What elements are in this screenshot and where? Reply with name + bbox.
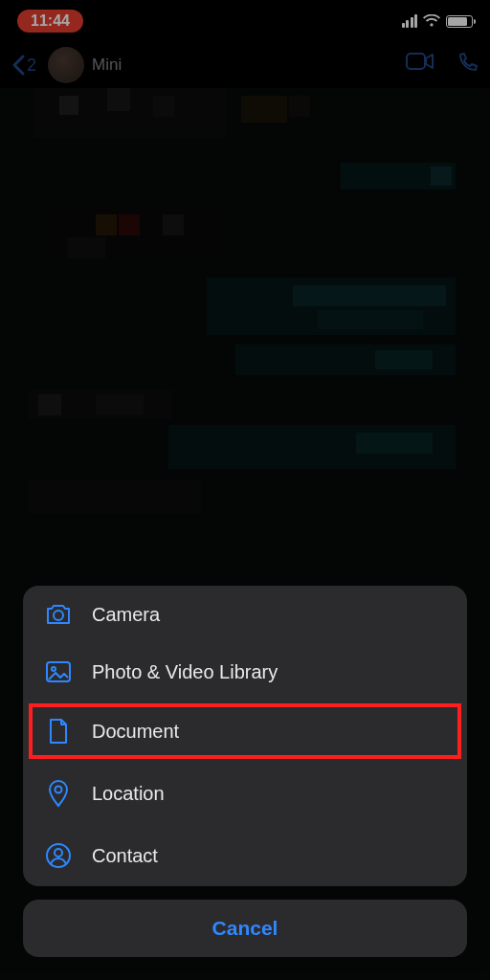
sheet-item-label: Camera — [92, 604, 160, 626]
action-sheet-panel: Camera Photo & Video Library Document Lo… — [23, 586, 467, 886]
sheet-item-label: Photo & Video Library — [92, 661, 278, 683]
cancel-button[interactable]: Cancel — [23, 900, 467, 957]
svg-point-3 — [52, 667, 56, 671]
sheet-item-camera[interactable]: Camera — [23, 586, 467, 643]
sheet-item-contact[interactable]: Contact — [23, 825, 467, 886]
attachment-action-sheet: Camera Photo & Video Library Document Lo… — [23, 586, 467, 957]
svg-point-1 — [54, 611, 63, 620]
camera-icon — [44, 603, 73, 626]
sheet-item-label: Location — [92, 783, 165, 805]
svg-point-6 — [55, 849, 62, 857]
sheet-item-document[interactable]: Document — [23, 701, 467, 762]
sheet-item-label: Document — [92, 721, 179, 743]
svg-point-4 — [56, 787, 62, 793]
location-pin-icon — [44, 779, 73, 808]
document-icon — [44, 718, 73, 745]
photo-library-icon — [44, 660, 73, 683]
sheet-item-label: Contact — [92, 845, 158, 867]
sheet-item-location[interactable]: Location — [23, 762, 467, 825]
sheet-item-photo-library[interactable]: Photo & Video Library — [23, 643, 467, 701]
contact-person-icon — [44, 842, 73, 869]
